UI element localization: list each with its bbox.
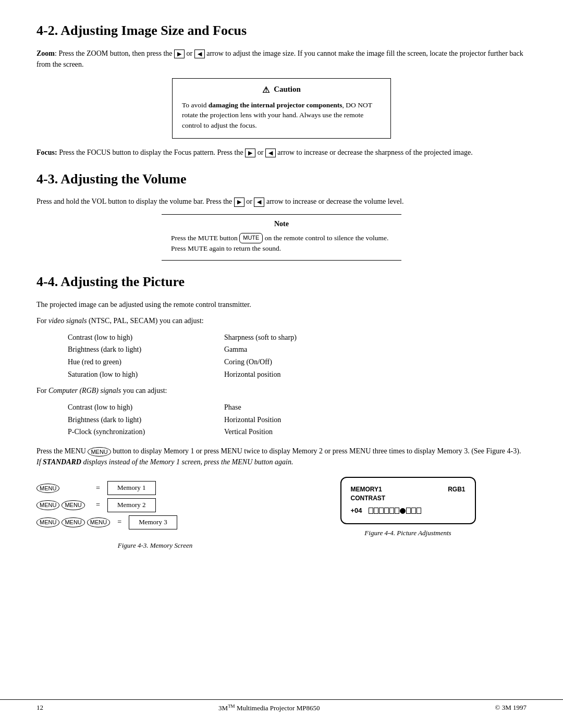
for-text: For <box>36 317 48 325</box>
equals-3: = <box>114 517 125 527</box>
figure-43-caption: Figure 4-3. Memory Screen <box>36 541 274 551</box>
zoom-label: Zoom <box>36 50 55 57</box>
list-item: Saturation (low to high) <box>68 368 224 381</box>
caution-triangle-icon: ⚠ <box>262 84 270 96</box>
caution-title: ⚠ Caution <box>182 84 381 96</box>
menu-btn-3b: MENU <box>62 517 84 527</box>
list-item: P-Clock (synchronization) <box>68 426 224 438</box>
menu-btn-3c: MENU <box>87 517 110 527</box>
focus-left-icon: ◀ <box>265 149 276 157</box>
list-item: Hue (red to green) <box>68 356 224 368</box>
memory-row-1: MENU = Memory 1 <box>36 481 274 495</box>
list-item: Sharpness (soft to sharp) <box>224 331 381 344</box>
list-item: Contrast (low to high) <box>68 331 224 344</box>
footer-page-number: 12 <box>36 703 43 713</box>
caution-bold: damaging the internal projector componen… <box>209 101 342 109</box>
vol-text: Press and hold the VOL button to display… <box>36 198 234 205</box>
memory-screen: MENU = Memory 1 MENU MENU = Memory 2 <box>36 477 274 537</box>
bar-track <box>369 508 421 514</box>
focus-rest: arrow to increase or decrease the sharpn… <box>276 149 473 156</box>
note-box: Note Press the MUTE button MUTE on the r… <box>162 214 401 261</box>
footer-center: 3MTM Multimedia Projector MP8650 <box>43 703 495 713</box>
left-arrow-icon: ◀ <box>194 50 205 58</box>
vol-right-icon: ▶ <box>234 198 244 206</box>
focus-label: Focus: <box>36 149 57 156</box>
pic-adj-value: +04 <box>351 506 365 516</box>
bar-seg-7 <box>406 508 411 514</box>
memory-3-box: Memory 3 <box>129 515 177 529</box>
equals-2: = <box>93 500 103 510</box>
focus-right-icon: ▶ <box>245 149 255 157</box>
computer-italic: Computer (RGB) signals <box>48 387 121 394</box>
pic-adj-bar-area: +04 <box>351 506 466 516</box>
zoom-text: : Press the ZOOM button, then press the <box>55 50 174 57</box>
bar-seg-3 <box>379 508 384 514</box>
note-title: Note <box>171 219 392 229</box>
focus-or: or <box>255 149 265 156</box>
vol-rest: arrow to increase or decrease the volume… <box>264 198 403 205</box>
memory-row-2: MENU MENU = Memory 2 <box>36 498 274 512</box>
bar-circle-indicator <box>400 508 406 514</box>
memory-2-box: Memory 2 <box>107 498 156 512</box>
pic-adj-memory: MEMORY1 <box>351 485 386 494</box>
vol-or: or <box>244 198 254 205</box>
computer-signals-list: Contrast (low to high) Brightness (dark … <box>68 401 527 438</box>
video-ntsc: (NTSC, PAL, SECAM) you can adjust: <box>87 317 203 325</box>
list-item: Coring (On/Off) <box>224 356 381 368</box>
caution-body: To avoid damaging the internal projector… <box>182 100 381 131</box>
figure-43: MENU = Memory 1 MENU MENU = Memory 2 <box>36 477 274 550</box>
bar-seg-9 <box>417 508 421 514</box>
video-col1: Contrast (low to high) Brightness (dark … <box>68 331 224 381</box>
caution-box: ⚠ Caution To avoid damaging the internal… <box>172 78 391 139</box>
menu-btns-2: MENU MENU <box>36 500 89 510</box>
bar-seg-2 <box>374 508 378 514</box>
list-item: Horizontal Position <box>224 414 381 426</box>
video-signals-list: Contrast (low to high) Brightness (dark … <box>68 331 527 381</box>
section-42: 4-2. Adjusting Image Size and Focus Zoom… <box>36 21 527 158</box>
page-footer: 12 3MTM Multimedia Projector MP8650 © 3M… <box>0 699 563 713</box>
section-44-title: 4-4. Adjusting the Picture <box>36 272 527 292</box>
menu-btn-icon: MENU <box>88 447 111 456</box>
list-item: Vertical Position <box>224 426 381 438</box>
menu-paragraph: Press the MENU MENU button to display Me… <box>36 446 527 467</box>
menu-btn-2b: MENU <box>62 500 84 510</box>
note-text1: Press the MUTE button <box>171 234 239 242</box>
list-item: Phase <box>224 401 381 414</box>
menu-italic1: If <box>36 458 43 466</box>
pic-adj-contrast: CONTRAST <box>351 494 386 503</box>
list-item: Brightness (dark to light) <box>68 343 224 356</box>
pic-adj-rgb: RGB1 <box>448 485 465 494</box>
trademark-symbol: TM <box>228 704 235 709</box>
caution-label: Caution <box>274 84 301 95</box>
picture-intro: The projected image can be adjusted usin… <box>36 299 527 310</box>
footer-copyright: © 3M 1997 <box>495 703 527 713</box>
zoom-or: or <box>187 50 194 57</box>
section-43: 4-3. Adjusting the Volume Press and hold… <box>36 169 527 261</box>
volume-paragraph: Press and hold the VOL button to display… <box>36 196 527 207</box>
list-item: Gamma <box>224 343 381 356</box>
zoom-paragraph: Zoom: Press the ZOOM button, then press … <box>36 48 527 70</box>
bar-seg-5 <box>389 508 394 514</box>
mute-button-icon: MUTE <box>239 233 263 243</box>
bar-seg-4 <box>384 508 389 514</box>
video-col2: Sharpness (soft to sharp) Gamma Coring (… <box>224 331 381 381</box>
menu-italic3: displays instead of the Memory 1 screen,… <box>81 458 293 466</box>
section-44: 4-4. Adjusting the Picture The projected… <box>36 272 527 551</box>
computer-col1: Contrast (low to high) Brightness (dark … <box>68 401 224 438</box>
menu-text2: button to display Memory 1 or press MENU… <box>111 447 521 455</box>
section-42-title: 4-2. Adjusting Image Size and Focus <box>36 21 527 41</box>
computer-signals-intro: For Computer (RGB) signals you can adjus… <box>36 385 527 396</box>
list-item: Horizontal position <box>224 368 381 381</box>
menu-btn-2a: MENU <box>36 500 59 510</box>
menu-btns-3: MENU MENU MENU <box>36 517 110 527</box>
caution-pre: To avoid <box>182 101 209 109</box>
list-item: Brightness (dark to light) <box>68 414 224 426</box>
vol-left-icon: ◀ <box>254 198 264 206</box>
menu-btn-3a: MENU <box>36 517 59 527</box>
equals-1: = <box>93 483 103 493</box>
computer-body: you can adjust: <box>121 387 167 394</box>
for-text2: For <box>36 387 48 394</box>
bar-seg-6 <box>395 508 399 514</box>
pic-adj-labels: MEMORY1 CONTRAST <box>351 485 386 503</box>
memory-1-box: Memory 1 <box>107 481 156 495</box>
